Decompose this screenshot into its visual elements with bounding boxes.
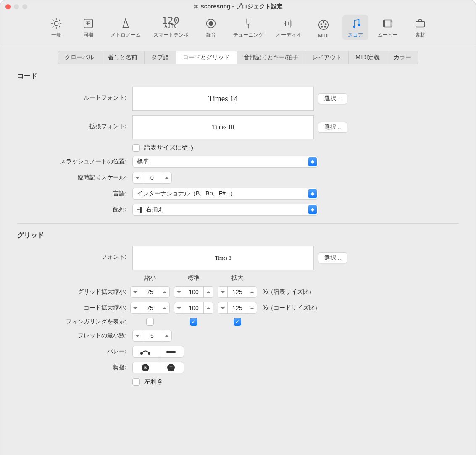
popup-knob-icon [308, 205, 317, 214]
svg-point-3 [209, 21, 213, 25]
window-title: ⌘ scoresong - プロジェクト設定 [0, 3, 476, 11]
chord-zoom-unit: %（コードサイズ比） [261, 304, 459, 312]
gear-icon [50, 16, 63, 31]
score-subtabs: グローバル 番号と名前 タブ譜 コードとグリッド 音部記号とキー/拍子 レイアウ… [58, 51, 418, 64]
toolbar-audio[interactable]: オーディオ [273, 15, 305, 40]
sync-icon [82, 16, 95, 31]
min-frets-stepper[interactable]: 5 [132, 330, 172, 342]
slash-position-popup[interactable]: 標準 [132, 156, 318, 168]
subtab-chords[interactable]: コードとグリッド [176, 51, 237, 64]
close-window-button[interactable] [5, 4, 11, 9]
ext-font-label: 拡張フォント: [17, 115, 126, 130]
chord-zoom-large-stepper[interactable]: 125 [218, 302, 257, 314]
minimize-window-button[interactable] [14, 4, 19, 9]
show-fingering-label: フィンガリングを表示: [17, 318, 126, 326]
accidental-scale-label: 臨時記号スケール: [17, 174, 126, 181]
follow-staff-size-checkbox[interactable] [132, 144, 140, 152]
window-title-text: scoresong - プロジェクト設定 [201, 3, 283, 11]
follow-staff-size-label: 譜表サイズに従う [144, 144, 195, 152]
ext-font-select-button[interactable]: 選択... [318, 122, 347, 133]
barre-label: バレー: [17, 348, 126, 355]
titlebar: ⌘ scoresong - プロジェクト設定 [0, 0, 476, 13]
svg-point-0 [54, 21, 58, 25]
grid-zoom-small-stepper[interactable]: 75 [130, 286, 170, 298]
align-popup[interactable]: ━▌ 右揃え [132, 204, 318, 216]
fingering-normal-checkbox[interactable] [190, 318, 197, 326]
chord-zoom-small-stepper[interactable]: 75 [130, 302, 170, 314]
barre-option-bar[interactable] [158, 346, 184, 357]
zoom-col-normal: 標準 [174, 274, 214, 282]
toolbar-movie[interactable]: ムービー [374, 15, 401, 40]
thumb-segmented[interactable]: 5 T [132, 362, 184, 373]
svg-point-9 [323, 21, 324, 23]
stepper-increment[interactable] [162, 172, 171, 183]
toolbar-general[interactable]: 一般 [43, 15, 69, 40]
language-label: 言語: [17, 190, 126, 197]
thumb-option-letter[interactable]: T [158, 362, 184, 373]
toolbar-metronome[interactable]: メトロノーム [107, 15, 144, 40]
toolbar-sync[interactable]: 同期 [75, 15, 101, 40]
movie-icon [381, 16, 394, 31]
toolbar-score[interactable]: スコア [342, 15, 368, 40]
language-popup[interactable]: インターナショナル（B、Bb、F#...） [132, 188, 318, 200]
chord-zoom-label: コード拡大縮小: [17, 304, 126, 312]
svg-rect-14 [166, 351, 176, 353]
subtab-clef[interactable]: 音部記号とキー/拍子 [237, 51, 305, 64]
midi-icon [317, 18, 330, 32]
tempo-icon: 120 AUTO [162, 16, 180, 31]
thumb-letter-icon: T [167, 364, 175, 371]
thumb-option-number[interactable]: 5 [133, 362, 158, 373]
align-label: 配列: [17, 206, 126, 213]
ext-font-preview: Times 10 [132, 115, 314, 139]
grid-zoom-large-stepper[interactable]: 125 [218, 286, 257, 298]
root-font-label: ルートフォント: [17, 87, 126, 102]
subtab-layout[interactable]: レイアウト [305, 51, 349, 64]
grid-zoom-label: グリッド拡大縮小: [17, 288, 126, 296]
toolbar-assets[interactable]: 素材 [407, 15, 433, 40]
stepper-decrement[interactable] [133, 172, 142, 183]
toolbar: 一般 同期 メトロノーム 120 AUTO スマートテンポ [0, 13, 476, 44]
root-font-select-button[interactable]: 選択... [318, 93, 347, 104]
metronome-icon [119, 16, 132, 31]
svg-point-7 [321, 26, 322, 27]
toolbar-tuning[interactable]: チューニング [230, 15, 267, 40]
min-frets-label: フレットの最小数: [17, 332, 126, 339]
toolbar-record[interactable]: 録音 [198, 15, 224, 40]
toolbar-smart-tempo[interactable]: 120 AUTO スマートテンポ [150, 15, 192, 40]
briefcase-icon [414, 16, 426, 31]
window-controls [5, 4, 27, 9]
content: グローバル 番号と名前 タブ譜 コードとグリッド 音部記号とキー/拍子 レイアウ… [0, 44, 476, 455]
fingering-large-checkbox[interactable] [234, 318, 241, 326]
score-icon [349, 16, 362, 31]
barre-bar-icon [165, 349, 177, 355]
svg-rect-11 [416, 21, 424, 27]
accidental-scale-stepper[interactable]: 0 [132, 172, 172, 184]
grid-font-preview: Times 8 [132, 246, 314, 270]
svg-point-5 [320, 24, 321, 25]
document-icon: ⌘ [193, 4, 198, 10]
subtab-color[interactable]: カラー [387, 51, 418, 64]
popup-knob-icon [308, 157, 317, 166]
left-handed-checkbox[interactable] [132, 378, 140, 386]
tuning-fork-icon [242, 16, 255, 31]
popup-knob-icon [308, 189, 317, 198]
subtab-global[interactable]: グローバル [58, 51, 101, 64]
subtab-numbers[interactable]: 番号と名前 [101, 51, 145, 64]
subtab-midi-def[interactable]: MIDI定義 [349, 51, 387, 64]
grid-zoom-normal-stepper[interactable]: 100 [174, 286, 213, 298]
waveform-icon [282, 16, 295, 31]
chord-zoom-normal-stepper[interactable]: 100 [174, 302, 213, 314]
zoom-col-large: 拡大 [217, 274, 258, 282]
barre-option-arc[interactable] [133, 346, 158, 357]
toolbar-midi[interactable]: MIDI [310, 16, 337, 40]
barre-segmented[interactable] [132, 346, 184, 358]
fingering-small-checkbox[interactable] [146, 318, 154, 326]
svg-point-8 [324, 26, 326, 27]
slash-position-label: スラッシュノートの位置: [17, 158, 126, 166]
zoom-window-button[interactable] [22, 4, 27, 9]
grid-font-select-button[interactable]: 選択... [318, 252, 347, 263]
section-chords-title: コード [17, 72, 459, 81]
zoom-col-small: 縮小 [130, 274, 170, 282]
subtab-tablature[interactable]: タブ譜 [145, 51, 176, 64]
grid-font-label: フォント: [17, 246, 126, 261]
